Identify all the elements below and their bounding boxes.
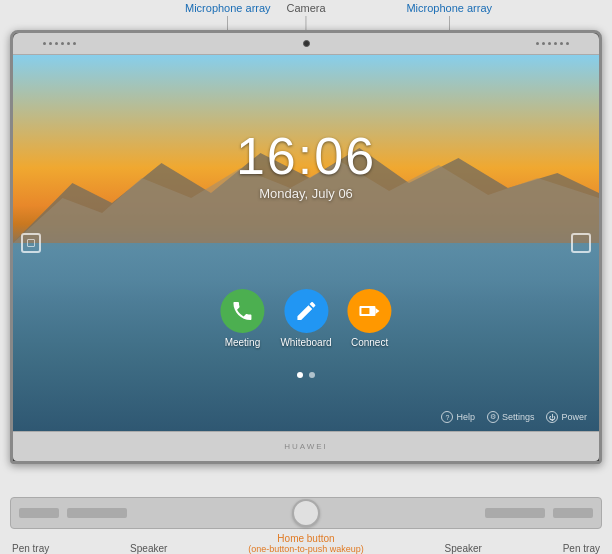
left-touch-indicator[interactable]: [21, 233, 41, 253]
home-button-label: Home button: [277, 533, 334, 544]
whiteboard-icon[interactable]: [284, 289, 328, 333]
clock-time: 16:06: [236, 130, 376, 182]
pen-tray-slot-right: [553, 508, 593, 518]
monitor-frame: 16:06 Monday, July 06 Meeting: [10, 30, 602, 464]
help-control[interactable]: ? Help: [441, 411, 475, 423]
bottom-labels-row: Pen tray Speaker Home button (one-button…: [0, 529, 612, 554]
clock-display: 16:06 Monday, July 06: [236, 130, 376, 201]
settings-icon[interactable]: ⚙: [487, 411, 499, 423]
connect-app[interactable]: Connect: [348, 289, 392, 348]
camera-label: Camera: [286, 2, 325, 14]
right-touch-indicator[interactable]: [571, 233, 591, 253]
clock-date: Monday, July 06: [236, 186, 376, 201]
mic-array-right: [536, 42, 569, 45]
speaker-slot-right: [485, 508, 545, 518]
brand-label: HUAWEI: [284, 442, 328, 451]
speaker-right-label: Speaker: [445, 543, 482, 554]
screen[interactable]: 16:06 Monday, July 06 Meeting: [13, 55, 599, 431]
connect-icon[interactable]: [348, 289, 392, 333]
meeting-label: Meeting: [225, 337, 261, 348]
mic-right-label: Microphone array: [406, 2, 492, 14]
power-icon[interactable]: ⏻: [546, 411, 558, 423]
left-bar-section: [19, 508, 127, 518]
help-label: Help: [456, 412, 475, 422]
settings-control[interactable]: ⚙ Settings: [487, 411, 535, 423]
whiteboard-label: Whiteboard: [280, 337, 331, 348]
settings-label: Settings: [502, 412, 535, 422]
pen-tray-right-label: Pen tray: [563, 543, 600, 554]
page-indicators: [297, 372, 315, 378]
meeting-app[interactable]: Meeting: [220, 289, 264, 348]
mic-array-left: [43, 42, 76, 45]
right-bar-section: [485, 508, 593, 518]
home-button-label-group: Home button (one-button-to-push wakeup): [248, 533, 364, 554]
camera-lens: [303, 40, 310, 47]
help-icon[interactable]: ?: [441, 411, 453, 423]
pen-tray-left-label: Pen tray: [12, 543, 49, 554]
dot-2[interactable]: [309, 372, 315, 378]
home-button[interactable]: [292, 499, 320, 527]
screen-controls: ? Help ⚙ Settings ⏻ Power: [441, 411, 587, 423]
top-bezel: [13, 33, 599, 55]
svg-marker-3: [376, 308, 380, 314]
svg-rect-4: [362, 308, 370, 314]
whiteboard-app[interactable]: Whiteboard: [280, 289, 331, 348]
home-button-sublabel: (one-button-to-push wakeup): [248, 544, 364, 554]
connect-label: Connect: [351, 337, 388, 348]
dot-1[interactable]: [297, 372, 303, 378]
speaker-left-label: Speaker: [130, 543, 167, 554]
power-label: Power: [561, 412, 587, 422]
app-icons-row: Meeting Whiteboard Con: [220, 289, 391, 348]
power-control[interactable]: ⏻ Power: [546, 411, 587, 423]
bottom-control-bar: [10, 497, 602, 529]
speaker-slot-left: [67, 508, 127, 518]
pen-tray-slot-left: [19, 508, 59, 518]
meeting-icon[interactable]: [220, 289, 264, 333]
mic-left-label: Microphone array: [185, 2, 271, 14]
bottom-bezel: HUAWEI: [13, 431, 599, 461]
